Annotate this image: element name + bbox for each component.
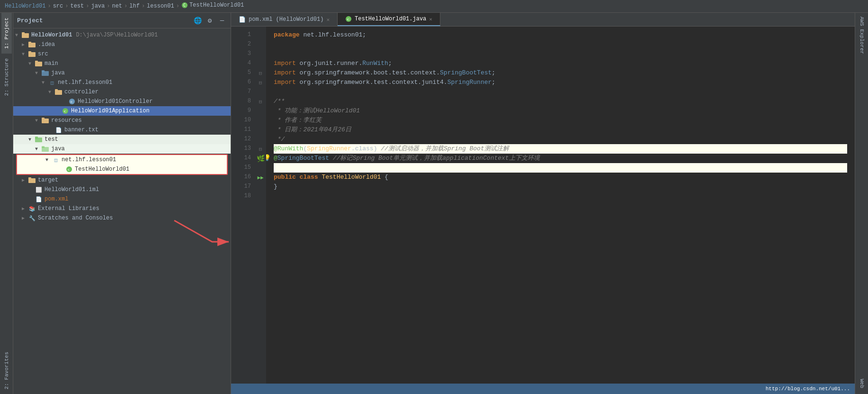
bulb-icon[interactable]: 💡 <box>266 154 271 164</box>
svg-text:C: C <box>183 3 186 8</box>
tab-test-java[interactable]: C TestHelloWorld01.java ✕ <box>338 13 440 26</box>
folder-icon-test <box>35 136 43 143</box>
svg-text:C: C <box>68 168 70 172</box>
tree-label-iml: HelloWorld01.iml <box>45 186 99 193</box>
tree-label-src: src <box>38 51 48 57</box>
tree-label-scratches: Scratches and Consoles <box>38 215 113 221</box>
breadcrumb-item[interactable]: C TestHelloWorld01 <box>181 2 244 10</box>
tree-label-test: test <box>45 136 58 143</box>
svg-rect-5 <box>28 42 31 44</box>
tab-pom[interactable]: 📄 pom.xml (HelloWorld01) ✕ <box>231 13 338 26</box>
tab-pom-close[interactable]: ✕ <box>326 17 330 23</box>
svg-text:C: C <box>64 110 66 113</box>
code-line-3 <box>274 49 847 59</box>
tree-item-ext-libs[interactable]: ▶ 📚 External Libraries <box>13 204 231 213</box>
tree-label-pom: pom.xml <box>45 196 68 202</box>
folder-icon-java-test <box>42 145 49 153</box>
breadcrumb-item[interactable]: lhf <box>129 3 140 9</box>
tree-label-resources: resources <box>51 117 82 124</box>
code-line-8: /** <box>274 97 847 106</box>
tree-item-controller-class[interactable]: ▶ C HelloWorld01Controller <box>13 97 231 106</box>
status-url: http://blog.csdn.net/u01... <box>766 386 850 392</box>
code-line-18 <box>274 192 847 201</box>
code-line-11: * 日期：2021年04月26日 <box>274 125 847 135</box>
tree-item-root[interactable]: ▼ HelloWorld01 D:\java\JSP\HelloWorld01 <box>13 30 231 40</box>
gutter-spring-14[interactable]: 🌿 <box>256 154 265 163</box>
tree-label-package-main: net.lhf.lesson01 <box>58 79 112 86</box>
tree-item-test-class[interactable]: ▶ C TestHelloWorld01 <box>17 165 227 174</box>
code-line-7 <box>274 87 847 97</box>
breadcrumb-item[interactable]: test <box>70 3 84 9</box>
test-class-icon: C <box>65 165 73 173</box>
tree-arrow-idea: ▶ <box>22 42 28 47</box>
xml-tab-icon: 📄 <box>239 16 246 23</box>
tree-item-app-class[interactable]: ▶ C HelloWorld01Application <box>13 106 231 116</box>
tab-test-close[interactable]: ✕ <box>429 16 432 22</box>
breadcrumb-item[interactable]: lesson01 <box>147 3 174 9</box>
gutter-18 <box>256 192 265 201</box>
tree-view-wrapper: ▼ HelloWorld01 D:\java\JSP\HelloWorld01 … <box>13 28 231 394</box>
breadcrumb: HelloWorld01 › src › test › java › net ›… <box>0 0 868 13</box>
code-line-13: @RunWith(SpringRunner.class) //测试启动器，并加载… <box>274 144 847 154</box>
breadcrumb-item[interactable]: src <box>53 3 63 9</box>
breadcrumb-item[interactable]: net <box>112 3 122 9</box>
svg-text:C: C <box>347 18 349 21</box>
gutter-fold-6[interactable]: ⊟ <box>256 78 265 87</box>
web-tab[interactable]: Web <box>857 375 867 392</box>
code-line-14: 💡 @SpringBootTest //标记Spring Boot单元测试，并加… <box>274 154 847 163</box>
tree-arrow-root: ▼ <box>15 33 22 38</box>
tree-item-java-test[interactable]: ▼ java <box>13 144 231 154</box>
gutter-15 <box>256 163 265 173</box>
sidebar-tab-project[interactable]: 1: Project <box>1 13 12 54</box>
gutter-fold-5[interactable]: ⊟ <box>256 68 265 78</box>
code-line-1: package net.lhf.lesson01; <box>274 30 847 40</box>
gutter-17 <box>256 182 265 192</box>
gutter-run-16[interactable]: ▶▶ <box>256 173 265 182</box>
sidebar-tab-favorites[interactable]: 2: Favorites <box>1 347 12 394</box>
tree-item-resources[interactable]: ▼ resources <box>13 116 231 125</box>
tree-item-package-main[interactable]: ▼ ◫ net.lhf.lesson01 <box>13 78 231 87</box>
tree-item-controller[interactable]: ▼ controller <box>13 87 231 97</box>
gutter-icons: ⊟ ⊟ ⊟ ⊟ 🌿 ▶▶ <box>255 27 266 384</box>
tree-item-test[interactable]: ▼ test <box>13 135 231 144</box>
tree-item-package-test[interactable]: ▼ ◫ net.lhf.lesson01 <box>17 155 227 165</box>
tree-item-target[interactable]: ▶ target <box>13 175 231 185</box>
tree-item-iml[interactable]: ▶ ⬜ HelloWorld01.iml <box>13 185 231 194</box>
svg-rect-19 <box>42 118 45 119</box>
gutter-2 <box>256 40 265 49</box>
tree-item-main[interactable]: ▼ main <box>13 59 231 68</box>
globe-icon[interactable]: 🌐 <box>193 16 202 25</box>
gutter-fold-8[interactable]: ⊟ <box>256 97 265 106</box>
tree-label-idea: .idea <box>38 41 55 48</box>
tree-label-ext-libs: External Libraries <box>38 205 99 212</box>
tree-label-package-test: net.lhf.lesson01 <box>62 156 116 163</box>
gutter-fold-13[interactable]: ⊟ <box>256 144 265 154</box>
gutter-12 <box>256 135 265 144</box>
tab-test-label: TestHelloWorld01.java <box>355 16 426 22</box>
tree-item-scratches[interactable]: ▶ 🔧 Scratches and Consoles <box>13 213 231 223</box>
tree-item-src[interactable]: ▼ src <box>13 49 231 59</box>
tab-bar: 📄 pom.xml (HelloWorld01) ✕ C TestHelloWo… <box>231 13 855 27</box>
tree-item-java-main[interactable]: ▼ java <box>13 68 231 78</box>
folder-icon-idea <box>28 41 36 48</box>
tree-label-target: target <box>38 177 58 183</box>
breadcrumb-item[interactable]: java <box>91 3 105 9</box>
collapse-icon[interactable]: — <box>217 16 227 25</box>
breadcrumb-item[interactable]: HelloWorld01 <box>5 3 45 9</box>
tree-item-banner[interactable]: ▶ 📄 banner.txt <box>13 125 231 135</box>
code-content[interactable]: package net.lhf.lesson01; import org.jun… <box>266 27 855 384</box>
package-icon-main: ◫ <box>48 79 56 86</box>
tree-item-pom[interactable]: ▶ 📄 pom.xml <box>13 194 231 204</box>
gutter-10 <box>256 116 265 125</box>
tree-label-controller: controller <box>64 89 98 95</box>
tree-label-java-main: java <box>51 70 65 76</box>
svg-rect-23 <box>42 146 45 148</box>
sidebar-tab-structure[interactable]: 2: Structure <box>1 54 12 101</box>
tree-item-idea[interactable]: ▶ .idea <box>13 40 231 49</box>
svg-text:C: C <box>71 100 73 104</box>
svg-rect-7 <box>28 51 31 53</box>
code-editor: 1 2 3 4 5 6 7 8 9 10 11 12 13 14 15 16 1… <box>231 27 855 384</box>
gear-icon[interactable]: ⚙ <box>205 16 215 25</box>
project-panel: Project 🌐 ⚙ — ▼ HelloWorld01 <box>13 13 231 394</box>
aws-explorer-tab[interactable]: AWS Explorer <box>857 13 867 58</box>
